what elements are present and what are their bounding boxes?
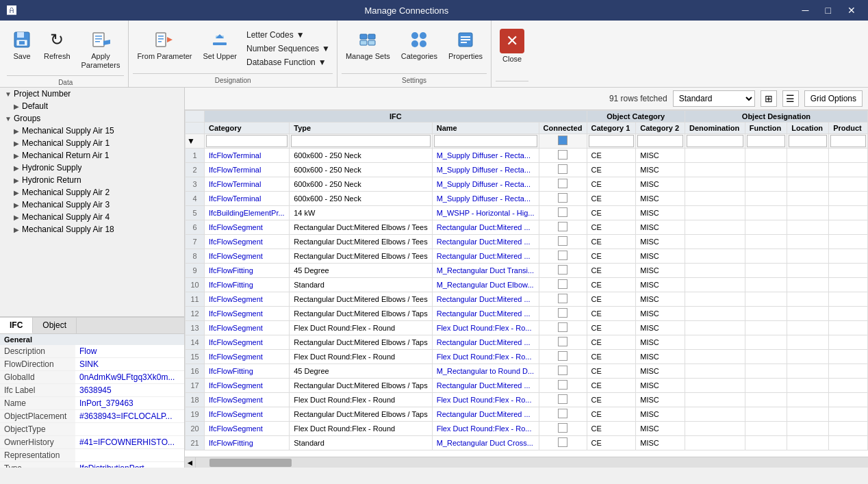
row-connected[interactable] [539, 407, 587, 422]
table-row[interactable]: 2 IfcFlowTerminal 600x600 - 250 Neck M_S… [186, 163, 868, 177]
filter-loc-cell[interactable] [787, 134, 829, 149]
product-header[interactable]: Product [829, 123, 868, 134]
connected-checkbox[interactable] [558, 193, 567, 203]
connected-checkbox[interactable] [558, 366, 567, 375]
filter-name-cell[interactable] [432, 134, 539, 149]
list-icon-button[interactable]: ☰ [782, 90, 799, 107]
connected-checkbox[interactable] [558, 279, 567, 289]
table-row[interactable]: 12 IfcFlowSegment Rectangular Duct:Miter… [186, 307, 868, 321]
tree-item[interactable]: ▶Mechanical Supply Air 3 [0, 199, 184, 211]
type-header[interactable]: Type [290, 123, 432, 134]
minimize-button[interactable]: ─ [797, 3, 815, 17]
connected-checkbox[interactable] [558, 394, 567, 404]
table-row[interactable]: 18 IfcFlowSegment Flex Duct Round:Flex -… [186, 393, 868, 407]
filter-type-input[interactable] [291, 135, 430, 147]
row-connected[interactable] [539, 335, 587, 350]
tree-item[interactable]: ▶Hydronic Supply [0, 162, 184, 174]
row-connected[interactable] [539, 163, 587, 177]
filter-connected-cell[interactable] [539, 134, 587, 149]
row-connected[interactable] [539, 177, 587, 192]
filter-cat1-cell[interactable] [587, 134, 636, 149]
filter-category-cell[interactable] [205, 134, 290, 149]
row-connected[interactable] [539, 422, 587, 436]
filter-cat1-input[interactable] [589, 135, 635, 147]
connected-checkbox[interactable] [558, 308, 567, 318]
table-row[interactable]: 6 IfcFlowSegment Rectangular Duct:Mitere… [186, 220, 868, 235]
tree-item[interactable]: ▼Groups [0, 112, 184, 125]
connected-header[interactable]: Connected [539, 123, 587, 134]
table-row[interactable]: 4 IfcFlowTerminal 600x600 - 250 Neck M_S… [186, 192, 868, 206]
manage-sets-button[interactable]: Manage Sets [342, 26, 394, 64]
row-connected[interactable] [539, 350, 587, 364]
connected-checkbox[interactable] [558, 437, 567, 447]
filter-func-cell[interactable] [745, 134, 787, 149]
denomination-header[interactable]: Denomination [685, 123, 745, 134]
tree-item[interactable]: ▶Mechanical Supply Air 1 [0, 137, 184, 149]
tree-item[interactable]: ▶Mechanical Supply Air 18 [0, 223, 184, 235]
filter-name-input[interactable] [434, 135, 537, 147]
close-ribbon-button[interactable]: ✕ Close [496, 26, 528, 66]
table-row[interactable]: 13 IfcFlowSegment Flex Duct Round:Flex -… [186, 321, 868, 335]
table-row[interactable]: 5 IfcBuildingElementPr... 14 kW M_WSHP -… [186, 206, 868, 220]
tree-area[interactable]: ▼Project Number▶Default▼Groups▶Mechanica… [0, 88, 184, 317]
row-connected[interactable] [539, 192, 587, 206]
connected-checkbox[interactable] [558, 337, 567, 346]
database-function-button[interactable]: Database Function ▼ [244, 56, 333, 68]
table-row[interactable]: 15 IfcFlowSegment Flex Duct Round:Flex -… [186, 350, 868, 364]
filter-denom-cell[interactable] [685, 134, 745, 149]
connected-checkbox[interactable] [558, 423, 567, 433]
table-row[interactable]: 19 IfcFlowSegment Rectangular Duct:Miter… [186, 407, 868, 422]
row-connected[interactable] [539, 278, 587, 292]
table-container[interactable]: IFC Object Category Object Designation C… [185, 110, 868, 457]
tree-item[interactable]: ▶Mechanical Return Air 1 [0, 149, 184, 162]
tree-item[interactable]: ▶Mechanical Supply Air 2 [0, 186, 184, 199]
connected-checkbox[interactable] [558, 351, 567, 361]
row-connected[interactable] [539, 220, 587, 235]
table-row[interactable]: 10 IfcFlowFitting Standard M_Rectangular… [186, 278, 868, 292]
table-row[interactable]: 17 IfcFlowSegment Rectangular Duct:Miter… [186, 379, 868, 393]
scroll-left-btn[interactable]: ◄ [185, 457, 196, 468]
filter-prod-cell[interactable] [829, 134, 868, 149]
row-connected[interactable] [539, 249, 587, 264]
grid-options-button[interactable]: Grid Options [804, 90, 863, 107]
cat1-header[interactable]: Category 1 [587, 123, 636, 134]
set-upper-button[interactable]: Set Upper [199, 26, 241, 64]
connected-checkbox[interactable] [558, 222, 567, 231]
table-row[interactable]: 11 IfcFlowSegment Rectangular Duct:Miter… [186, 292, 868, 307]
filter-denom-input[interactable] [687, 135, 743, 147]
row-connected[interactable] [539, 364, 587, 379]
table-row[interactable]: 14 IfcFlowSegment Rectangular Duct:Miter… [186, 335, 868, 350]
filter-type-cell[interactable] [290, 134, 432, 149]
table-row[interactable]: 8 IfcFlowSegment Rectangular Duct:Mitere… [186, 249, 868, 264]
categories-button[interactable]: Categories [397, 26, 442, 64]
name-header[interactable]: Name [432, 123, 539, 134]
filter-cat2-input[interactable] [637, 135, 683, 147]
tree-item[interactable]: ▶Default [0, 100, 184, 112]
filter-cat2-cell[interactable] [636, 134, 685, 149]
apply-parameters-button[interactable]: ApplyParameters [77, 26, 125, 73]
filter-category-input[interactable] [206, 135, 288, 147]
filter-func-input[interactable] [747, 135, 786, 147]
tree-item[interactable]: ▶Mechanical Supply Air 15 [0, 125, 184, 137]
table-row[interactable]: 20 IfcFlowSegment Flex Duct Round:Flex -… [186, 422, 868, 436]
row-connected[interactable] [539, 264, 587, 278]
table-row[interactable]: 21 IfcFlowFitting Standard M_Rectangular… [186, 436, 868, 450]
location-header[interactable]: Location [787, 123, 829, 134]
connected-checkbox[interactable] [558, 164, 567, 174]
view-select[interactable]: Standard [673, 90, 755, 107]
row-connected[interactable] [539, 292, 587, 307]
horizontal-scrollbar[interactable]: ◄ [185, 457, 868, 468]
row-connected[interactable] [539, 149, 587, 163]
row-connected[interactable] [539, 393, 587, 407]
row-connected[interactable] [539, 235, 587, 249]
tab-object[interactable]: Object [33, 318, 77, 333]
table-row[interactable]: 16 IfcFlowFitting 45 Degree M_Rectangula… [186, 364, 868, 379]
connected-checkbox[interactable] [558, 322, 567, 332]
grid-icon-button[interactable]: ⊞ [761, 90, 777, 107]
tab-ifc[interactable]: IFC [0, 318, 33, 333]
save-button[interactable]: Save [7, 26, 37, 64]
connected-checkbox[interactable] [558, 236, 567, 246]
cat2-header[interactable]: Category 2 [636, 123, 685, 134]
table-row[interactable]: 9 IfcFlowFitting 45 Degree M_Rectangular… [186, 264, 868, 278]
table-row[interactable]: 7 IfcFlowSegment Rectangular Duct:Mitere… [186, 235, 868, 249]
